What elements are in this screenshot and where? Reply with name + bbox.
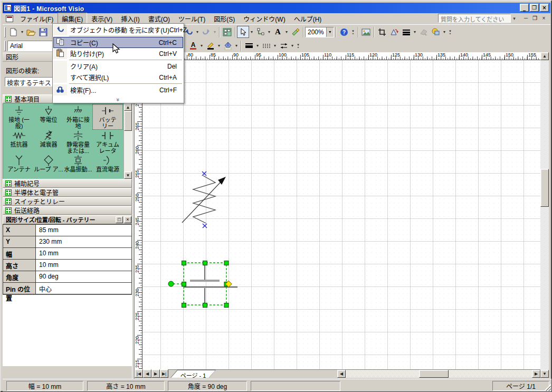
zoom-dropdown-icon[interactable]: ▾ (326, 27, 334, 37)
menu-item[interactable]: 図形(S) (210, 13, 239, 25)
line-color-dropdown-icon[interactable]: ▾ (216, 43, 222, 48)
stencil-shape[interactable]: アキュム レータ (93, 129, 122, 154)
resize-grip[interactable] (544, 384, 551, 391)
menu-item[interactable]: すべて選択(L) Ctrl+A (53, 72, 183, 83)
line-ends-dropdown-icon[interactable]: ▾ (290, 43, 295, 48)
shapes-window-button[interactable] (221, 26, 233, 38)
doc-minimize-button[interactable]: ─ (521, 15, 530, 22)
vertical-scrollbar[interactable]: ▲ ▼ (540, 52, 549, 378)
page-tab[interactable]: ページ - 1 (170, 370, 216, 378)
rotate-tool-button[interactable] (388, 26, 400, 38)
next-page-icon[interactable]: ▶ (151, 369, 160, 378)
menu-item[interactable]: ファイル(F) (16, 13, 58, 25)
stencil-shape[interactable]: ループ ア... (34, 154, 63, 179)
prev-page-icon[interactable]: ◀ (143, 369, 151, 378)
scroll-down-icon[interactable]: ▼ (540, 370, 549, 378)
new-document-dropdown-icon[interactable]: ▾ (20, 30, 25, 34)
ask-question-dropdown-icon[interactable]: ▾ (511, 16, 518, 21)
crop-tool-button[interactable] (376, 26, 388, 38)
stencil-category[interactable]: 半導体と電子管 (3, 188, 132, 197)
redo-button[interactable] (200, 26, 212, 38)
stencil-shape[interactable]: 直流電源 (93, 154, 122, 179)
pointer-tool-dropdown-icon[interactable]: ▾ (249, 30, 254, 34)
redo-dropdown-icon[interactable]: ▾ (212, 30, 217, 34)
toolbar-overflow-icon[interactable]: ▾▪ (295, 40, 301, 52)
scroll-up-icon[interactable]: ▲ (124, 103, 132, 111)
font-color-dropdown-icon[interactable]: ▾ (199, 43, 204, 48)
shape-fill-dropdown-icon[interactable]: ▾ (442, 30, 447, 34)
stencil-shape[interactable]: 静電容量 または... (63, 129, 93, 154)
ask-question-input[interactable]: 質問を入力してください (438, 14, 511, 23)
toolbar-overflow-icon[interactable]: ▾▪ (447, 26, 453, 38)
toolbar-grip[interactable] (4, 27, 6, 37)
shape-fill-button[interactable] (430, 26, 442, 38)
font-name-combo[interactable]: Arial (7, 41, 56, 51)
stencil-shape[interactable]: アンテナ (4, 154, 34, 179)
text-tool-dropdown-icon[interactable]: ▾ (284, 30, 289, 34)
stencil-scrollbar[interactable]: ▲ ▼ (123, 103, 132, 179)
attenuator-shape[interactable] (182, 171, 226, 228)
stencil-shape[interactable]: 水晶振動... (63, 154, 93, 179)
connector-tool-dropdown-icon[interactable]: ▾ (267, 30, 272, 34)
maximize-button[interactable]: ❐ (530, 4, 539, 12)
line-weight-dropdown-icon[interactable]: ▾ (255, 43, 260, 48)
doc-restore-button[interactable]: ❐ (530, 15, 539, 22)
font-color-button[interactable]: A (187, 40, 199, 52)
toolbar-grip[interactable] (4, 41, 6, 51)
stencil-shape[interactable]: 接地 (一 般) (4, 104, 34, 129)
line-ends-button[interactable] (278, 40, 290, 52)
open-button[interactable] (25, 26, 37, 38)
menu-item[interactable]: クリア(A) Del (53, 61, 183, 72)
zoom-combo[interactable]: 200% ▾ (305, 27, 334, 37)
stencil-shape[interactable]: 等電位 (34, 104, 63, 129)
line-weight-button[interactable] (243, 40, 255, 52)
last-page-icon[interactable]: ▶| (160, 369, 168, 378)
minimize-button[interactable]: _ (520, 4, 529, 12)
first-page-icon[interactable]: |◀ (135, 369, 143, 378)
format-painter-button[interactable] (417, 26, 430, 38)
menu-item[interactable]: 検索(F)... Ctrl+F (53, 84, 183, 95)
undo-dropdown-icon[interactable]: ▾ (195, 30, 200, 34)
scroll-down-icon[interactable]: ▼ (124, 171, 132, 179)
doc-close-button[interactable]: × (539, 15, 548, 22)
stencil-scrollbar-thumb[interactable] (124, 111, 132, 131)
drawing-tool-button[interactable] (289, 26, 301, 38)
vertical-scrollbar-thumb[interactable] (540, 169, 549, 207)
drawing-canvas[interactable] (142, 60, 540, 369)
line-pattern-dropdown-icon[interactable]: ▾ (272, 43, 278, 48)
panel-close-button[interactable]: × (124, 216, 131, 223)
help-button[interactable]: ? (338, 26, 350, 38)
line-color-button[interactable] (204, 40, 216, 52)
selection-handle[interactable] (182, 261, 229, 308)
stencil-shape[interactable]: 減衰器 (34, 129, 63, 154)
panel-float-button[interactable]: □ (116, 216, 123, 223)
stencil-shape[interactable]: 外箱に接 地 (63, 104, 93, 129)
stencil-category[interactable]: スイッチとリレー (3, 197, 132, 206)
scroll-left-icon[interactable]: ◀ (337, 370, 346, 378)
scroll-up-icon[interactable]: ▲ (540, 52, 549, 60)
text-tool-button[interactable]: A (272, 26, 284, 38)
rotation-handle[interactable] (168, 281, 174, 286)
line-weight-dropdown-icon[interactable]: ▾ (412, 30, 417, 34)
scroll-right-icon[interactable]: ▶ (532, 370, 540, 378)
line-pattern-button[interactable] (260, 40, 272, 52)
save-button[interactable] (37, 26, 49, 38)
menu-item[interactable]: ウィンドウ(W) (239, 13, 289, 25)
line-weight-button[interactable] (400, 26, 412, 38)
stencil-category[interactable]: 補助記号 (3, 179, 132, 188)
menu-item[interactable]: オブジェクトの移動 を元に戻す(U) Ctrl+Z (53, 24, 183, 35)
fill-color-button[interactable] (222, 40, 234, 52)
close-button[interactable]: × (540, 4, 549, 12)
menu-expand-button[interactable]: » (53, 95, 183, 102)
pointer-tool-button[interactable] (237, 26, 249, 38)
stencil-category[interactable]: 伝送経路 (3, 206, 132, 215)
new-document-button[interactable] (7, 26, 20, 38)
insert-picture-button[interactable] (360, 26, 372, 38)
menu-item[interactable]: ヘルプ(H) (290, 13, 326, 25)
stencil-shape[interactable]: バッテ リー (93, 104, 122, 129)
horizontal-scrollbar[interactable]: ◀ ▶ (337, 369, 540, 378)
document-icon[interactable] (6, 15, 13, 22)
horizontal-scrollbar-thumb[interactable] (419, 370, 449, 378)
connector-tool-button[interactable] (254, 26, 267, 38)
toolbar-overflow-icon[interactable]: ▾▪ (350, 26, 356, 38)
